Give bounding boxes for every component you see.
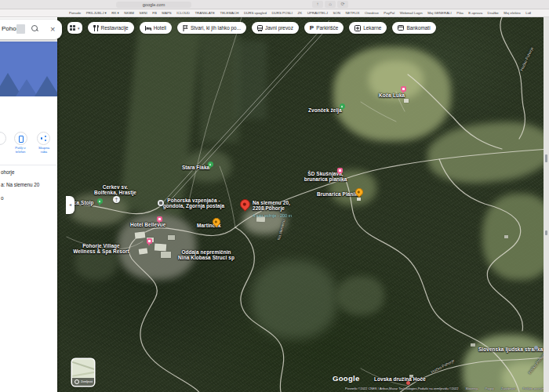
chip-hotels[interactable]: Hoteli bbox=[140, 22, 172, 34]
pin-lodging-bellevue[interactable] bbox=[157, 216, 162, 222]
bookmark-item[interactable]: ZK bbox=[298, 11, 303, 15]
send-to-phone-button[interactable] bbox=[14, 132, 27, 145]
bookmark-item[interactable]: MAPS bbox=[162, 11, 171, 15]
pin-lodging-pohorje-village[interactable] bbox=[147, 238, 152, 244]
poi-label-oddaja-nepremicnin[interactable]: Oddaja nepremičnin Nina Klobasa Strucl s… bbox=[178, 249, 235, 261]
bookmark-item[interactable]: Onedrive bbox=[365, 11, 379, 15]
poi-label-pohorje-village[interactable]: Pohorje Village Wellness & Spa Resort bbox=[73, 243, 129, 255]
place-info-row: a: Na slemenu 20 bbox=[1, 182, 39, 187]
chip-atms[interactable]: Bankomati bbox=[392, 22, 435, 34]
map-layer-toggle[interactable]: Zemljevid bbox=[72, 359, 94, 386]
bookmark-item[interactable]: SON bbox=[333, 11, 340, 15]
bookmark-item[interactable]: NKBM bbox=[124, 11, 134, 15]
bookmark-item[interactable]: E-uprava bbox=[468, 11, 482, 15]
building bbox=[168, 235, 175, 240]
cable-car-icon bbox=[159, 201, 162, 204]
pin-lodging-sd-skusnjava[interactable] bbox=[337, 168, 343, 173]
layers-icon bbox=[75, 379, 79, 384]
bookmark-item[interactable]: ICLOUD bbox=[176, 11, 190, 15]
poi-label-stara-fiaka[interactable]: Stara Fiaka bbox=[182, 165, 209, 170]
bookmark-item[interactable]: Moj GENERALI bbox=[427, 11, 452, 15]
poi-label-koca-luka[interactable]: Koča Luka bbox=[379, 93, 405, 98]
chip-label: Hoteli bbox=[154, 25, 166, 31]
poi-label-na-slemenu-20[interactable]: Na slemenu 20, 2208 Pohorje bbox=[253, 200, 290, 212]
home-icon[interactable]: ⌂ bbox=[325, 1, 336, 8]
building bbox=[357, 198, 361, 201]
search-box[interactable]: Pohorje × bbox=[0, 20, 62, 39]
pin-office-sls[interactable] bbox=[534, 346, 538, 350]
bus-icon bbox=[257, 25, 263, 31]
pin-lovska-druzina[interactable] bbox=[406, 381, 410, 385]
collapse-panel-tab[interactable]: ◂ bbox=[66, 196, 75, 214]
pin-park-stara-fiaka[interactable] bbox=[208, 162, 213, 167]
mountain-shape bbox=[35, 76, 57, 96]
share-button[interactable] bbox=[37, 132, 50, 145]
share-icon[interactable]: ↑ bbox=[312, 1, 323, 8]
share-icon bbox=[41, 136, 46, 141]
window-edge-strip bbox=[544, 17, 549, 392]
chip-transit[interactable]: Javni prevoz bbox=[252, 22, 299, 34]
parking-icon: P bbox=[310, 24, 314, 31]
poi-label-gondola-station[interactable]: Pohorska vzpenjača - gondola, Zgornja po… bbox=[163, 198, 224, 209]
bookmark-item[interactable]: PRILJUBLJ ▾ bbox=[86, 11, 107, 15]
pin-park-stolp[interactable] bbox=[97, 198, 103, 204]
satellite-map[interactable]: Koča Luka Zvonček želja Stara Fiaka Poho… bbox=[0, 17, 549, 392]
mini-map-road bbox=[72, 371, 94, 377]
chip-label: Javni prevoz bbox=[265, 25, 293, 31]
chip-parking[interactable]: P Parkirišče bbox=[304, 22, 344, 34]
category-grid-button[interactable]: ▾ bbox=[67, 22, 82, 34]
pin-lodging-koca-luka[interactable] bbox=[401, 86, 406, 92]
place-photo-placeholder[interactable] bbox=[0, 42, 57, 96]
attribution-region: Slovenija bbox=[466, 387, 478, 390]
send-to-phone-label: Pošlji v telefon bbox=[15, 146, 25, 154]
action-button-partial[interactable] bbox=[0, 132, 6, 145]
reload-icon[interactable]: ⟳ bbox=[337, 1, 348, 8]
place-info-row: ohorje bbox=[1, 169, 15, 175]
place-info-row: o bbox=[1, 195, 4, 201]
bed-icon bbox=[339, 169, 341, 172]
chip-pharmacies[interactable]: Lekarne bbox=[349, 22, 387, 34]
place-panel: Pošlji v telefon Skupna raba ohorje a: N… bbox=[0, 17, 57, 392]
atm-card-icon bbox=[398, 25, 404, 31]
bookmark-item[interactable]: Ponude bbox=[69, 11, 81, 15]
category-chips-bar: ▾ Restavracije Hoteli Stvari, ki jih lah… bbox=[67, 22, 436, 34]
chip-restaurants[interactable]: Restavracije bbox=[88, 22, 134, 34]
bookmark-item[interactable]: UPRAVITELJ bbox=[307, 11, 328, 15]
poi-label-zvoncek-zelja[interactable]: Zvonček želja bbox=[308, 107, 342, 113]
gondola-station-icon[interactable] bbox=[158, 200, 164, 206]
bookmark-item[interactable]: DURS POSLI bbox=[271, 11, 293, 15]
poi-label-cerkev-bolfenka[interactable]: Cerkev sv. Bolfenka, Hrastje bbox=[94, 184, 136, 196]
grid-icon bbox=[70, 25, 75, 31]
bookmark-item[interactable]: Pika bbox=[456, 11, 464, 15]
bookmark-item[interactable]: FB bbox=[152, 11, 157, 15]
search-icon[interactable] bbox=[31, 25, 38, 31]
poi-label-hotel-bellevue[interactable]: Hotel Bellevue bbox=[130, 222, 165, 227]
bookmark-item[interactable]: Dražbe bbox=[488, 11, 499, 15]
building bbox=[155, 243, 167, 251]
bookmark-item[interactable]: NETFLIX bbox=[345, 11, 359, 15]
bookmark-item[interactable]: TELEMACH bbox=[220, 11, 238, 15]
bookmark-item[interactable]: Lidl bbox=[525, 11, 531, 15]
building bbox=[471, 343, 475, 347]
bookmark-item[interactable]: DURS vpogled bbox=[244, 11, 267, 15]
address-bar[interactable]: google.com bbox=[116, 2, 191, 8]
poi-label-brunarica-planika[interactable]: Brunarica Planika bbox=[317, 191, 361, 197]
bookmark-item[interactable]: RK ▾ bbox=[111, 11, 119, 15]
building bbox=[404, 99, 409, 103]
bookmark-item[interactable]: SENI bbox=[139, 11, 147, 15]
chip-things-to-do[interactable]: Stvari, ki jih lahko po... bbox=[177, 22, 246, 34]
tree-icon bbox=[209, 163, 211, 165]
privacy-link[interactable]: Zasebnost bbox=[501, 387, 516, 390]
pin-church-bolfenk[interactable]: † bbox=[113, 196, 120, 203]
chip-label: Lekarne bbox=[363, 25, 381, 31]
terms-link[interactable]: Pogoji bbox=[485, 387, 494, 390]
pin-park-zvoncek[interactable] bbox=[340, 103, 345, 109]
poi-label-lovska-druzina[interactable]: Lovska družina Hoče bbox=[374, 376, 426, 382]
building bbox=[161, 252, 171, 258]
bookmark-item[interactable]: Webmail Login bbox=[400, 11, 423, 15]
bookmark-item[interactable]: TRANSLATE bbox=[195, 11, 215, 15]
bookmark-item[interactable]: Moj elektro bbox=[504, 11, 520, 15]
close-icon[interactable]: × bbox=[50, 22, 55, 36]
divider bbox=[0, 165, 57, 165]
bookmark-item[interactable]: PayPal bbox=[384, 11, 394, 15]
